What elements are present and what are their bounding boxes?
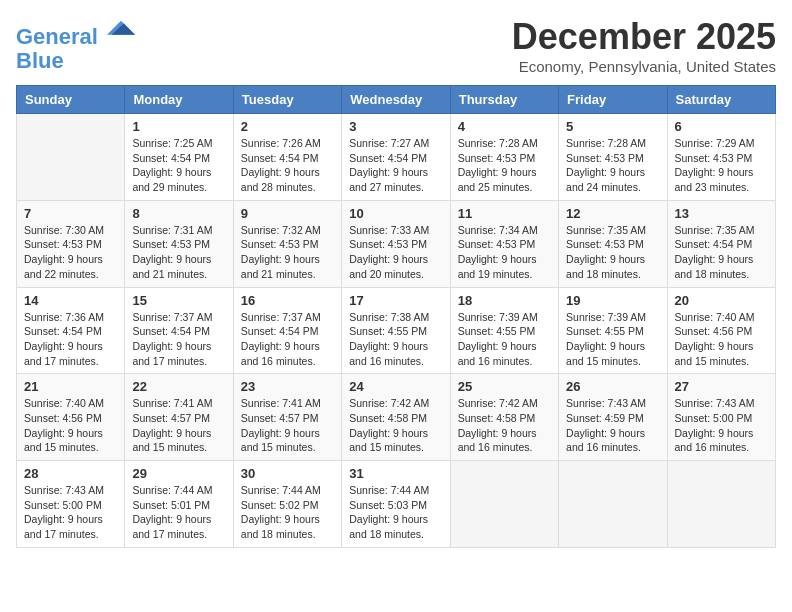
day-number: 1 bbox=[132, 119, 225, 134]
calendar-cell: 24Sunrise: 7:42 AMSunset: 4:58 PMDayligh… bbox=[342, 374, 450, 461]
calendar-header-wednesday: Wednesday bbox=[342, 86, 450, 114]
calendar-cell: 10Sunrise: 7:33 AMSunset: 4:53 PMDayligh… bbox=[342, 200, 450, 287]
day-number: 23 bbox=[241, 379, 334, 394]
day-info: Sunrise: 7:34 AMSunset: 4:53 PMDaylight:… bbox=[458, 223, 551, 282]
month-title: December 2025 bbox=[512, 16, 776, 58]
day-number: 11 bbox=[458, 206, 551, 221]
day-number: 31 bbox=[349, 466, 442, 481]
day-info: Sunrise: 7:30 AMSunset: 4:53 PMDaylight:… bbox=[24, 223, 117, 282]
day-info: Sunrise: 7:42 AMSunset: 4:58 PMDaylight:… bbox=[458, 396, 551, 455]
day-info: Sunrise: 7:40 AMSunset: 4:56 PMDaylight:… bbox=[24, 396, 117, 455]
day-number: 21 bbox=[24, 379, 117, 394]
calendar-cell: 22Sunrise: 7:41 AMSunset: 4:57 PMDayligh… bbox=[125, 374, 233, 461]
day-info: Sunrise: 7:36 AMSunset: 4:54 PMDaylight:… bbox=[24, 310, 117, 369]
calendar-cell bbox=[17, 114, 125, 201]
day-number: 15 bbox=[132, 293, 225, 308]
calendar-cell: 20Sunrise: 7:40 AMSunset: 4:56 PMDayligh… bbox=[667, 287, 775, 374]
calendar-cell: 12Sunrise: 7:35 AMSunset: 4:53 PMDayligh… bbox=[559, 200, 667, 287]
calendar-cell: 18Sunrise: 7:39 AMSunset: 4:55 PMDayligh… bbox=[450, 287, 558, 374]
calendar-week-row: 1Sunrise: 7:25 AMSunset: 4:54 PMDaylight… bbox=[17, 114, 776, 201]
day-info: Sunrise: 7:37 AMSunset: 4:54 PMDaylight:… bbox=[132, 310, 225, 369]
day-number: 17 bbox=[349, 293, 442, 308]
day-info: Sunrise: 7:35 AMSunset: 4:54 PMDaylight:… bbox=[675, 223, 768, 282]
calendar-week-row: 14Sunrise: 7:36 AMSunset: 4:54 PMDayligh… bbox=[17, 287, 776, 374]
calendar-cell: 23Sunrise: 7:41 AMSunset: 4:57 PMDayligh… bbox=[233, 374, 341, 461]
calendar-cell: 14Sunrise: 7:36 AMSunset: 4:54 PMDayligh… bbox=[17, 287, 125, 374]
calendar-cell: 19Sunrise: 7:39 AMSunset: 4:55 PMDayligh… bbox=[559, 287, 667, 374]
calendar-cell: 8Sunrise: 7:31 AMSunset: 4:53 PMDaylight… bbox=[125, 200, 233, 287]
calendar-cell: 30Sunrise: 7:44 AMSunset: 5:02 PMDayligh… bbox=[233, 461, 341, 548]
day-number: 14 bbox=[24, 293, 117, 308]
day-info: Sunrise: 7:42 AMSunset: 4:58 PMDaylight:… bbox=[349, 396, 442, 455]
day-info: Sunrise: 7:39 AMSunset: 4:55 PMDaylight:… bbox=[458, 310, 551, 369]
calendar-cell: 27Sunrise: 7:43 AMSunset: 5:00 PMDayligh… bbox=[667, 374, 775, 461]
day-number: 29 bbox=[132, 466, 225, 481]
day-number: 20 bbox=[675, 293, 768, 308]
day-info: Sunrise: 7:29 AMSunset: 4:53 PMDaylight:… bbox=[675, 136, 768, 195]
calendar-cell bbox=[559, 461, 667, 548]
day-number: 18 bbox=[458, 293, 551, 308]
day-info: Sunrise: 7:39 AMSunset: 4:55 PMDaylight:… bbox=[566, 310, 659, 369]
logo-icon bbox=[107, 16, 135, 44]
day-info: Sunrise: 7:25 AMSunset: 4:54 PMDaylight:… bbox=[132, 136, 225, 195]
logo: General Blue bbox=[16, 16, 135, 73]
day-number: 5 bbox=[566, 119, 659, 134]
day-info: Sunrise: 7:32 AMSunset: 4:53 PMDaylight:… bbox=[241, 223, 334, 282]
calendar-week-row: 21Sunrise: 7:40 AMSunset: 4:56 PMDayligh… bbox=[17, 374, 776, 461]
day-number: 22 bbox=[132, 379, 225, 394]
day-number: 27 bbox=[675, 379, 768, 394]
calendar-header-monday: Monday bbox=[125, 86, 233, 114]
calendar-cell: 7Sunrise: 7:30 AMSunset: 4:53 PMDaylight… bbox=[17, 200, 125, 287]
calendar-cell: 29Sunrise: 7:44 AMSunset: 5:01 PMDayligh… bbox=[125, 461, 233, 548]
calendar-cell: 21Sunrise: 7:40 AMSunset: 4:56 PMDayligh… bbox=[17, 374, 125, 461]
day-info: Sunrise: 7:35 AMSunset: 4:53 PMDaylight:… bbox=[566, 223, 659, 282]
day-number: 7 bbox=[24, 206, 117, 221]
calendar-cell: 17Sunrise: 7:38 AMSunset: 4:55 PMDayligh… bbox=[342, 287, 450, 374]
day-number: 6 bbox=[675, 119, 768, 134]
day-number: 25 bbox=[458, 379, 551, 394]
calendar-week-row: 7Sunrise: 7:30 AMSunset: 4:53 PMDaylight… bbox=[17, 200, 776, 287]
calendar-header-friday: Friday bbox=[559, 86, 667, 114]
day-number: 4 bbox=[458, 119, 551, 134]
day-number: 24 bbox=[349, 379, 442, 394]
day-info: Sunrise: 7:44 AMSunset: 5:02 PMDaylight:… bbox=[241, 483, 334, 542]
calendar-cell bbox=[667, 461, 775, 548]
day-info: Sunrise: 7:44 AMSunset: 5:01 PMDaylight:… bbox=[132, 483, 225, 542]
calendar-cell: 26Sunrise: 7:43 AMSunset: 4:59 PMDayligh… bbox=[559, 374, 667, 461]
calendar-table: SundayMondayTuesdayWednesdayThursdayFrid… bbox=[16, 85, 776, 548]
day-number: 12 bbox=[566, 206, 659, 221]
calendar-cell: 2Sunrise: 7:26 AMSunset: 4:54 PMDaylight… bbox=[233, 114, 341, 201]
day-info: Sunrise: 7:41 AMSunset: 4:57 PMDaylight:… bbox=[132, 396, 225, 455]
logo-text: General bbox=[16, 16, 135, 49]
day-info: Sunrise: 7:33 AMSunset: 4:53 PMDaylight:… bbox=[349, 223, 442, 282]
calendar-cell: 9Sunrise: 7:32 AMSunset: 4:53 PMDaylight… bbox=[233, 200, 341, 287]
day-info: Sunrise: 7:26 AMSunset: 4:54 PMDaylight:… bbox=[241, 136, 334, 195]
day-info: Sunrise: 7:38 AMSunset: 4:55 PMDaylight:… bbox=[349, 310, 442, 369]
calendar-cell: 25Sunrise: 7:42 AMSunset: 4:58 PMDayligh… bbox=[450, 374, 558, 461]
calendar-header-tuesday: Tuesday bbox=[233, 86, 341, 114]
calendar-header-row: SundayMondayTuesdayWednesdayThursdayFrid… bbox=[17, 86, 776, 114]
calendar-header-thursday: Thursday bbox=[450, 86, 558, 114]
day-info: Sunrise: 7:28 AMSunset: 4:53 PMDaylight:… bbox=[458, 136, 551, 195]
day-number: 3 bbox=[349, 119, 442, 134]
calendar-cell: 13Sunrise: 7:35 AMSunset: 4:54 PMDayligh… bbox=[667, 200, 775, 287]
day-number: 30 bbox=[241, 466, 334, 481]
day-info: Sunrise: 7:28 AMSunset: 4:53 PMDaylight:… bbox=[566, 136, 659, 195]
day-number: 16 bbox=[241, 293, 334, 308]
day-number: 10 bbox=[349, 206, 442, 221]
day-info: Sunrise: 7:31 AMSunset: 4:53 PMDaylight:… bbox=[132, 223, 225, 282]
calendar-cell: 3Sunrise: 7:27 AMSunset: 4:54 PMDaylight… bbox=[342, 114, 450, 201]
day-number: 9 bbox=[241, 206, 334, 221]
day-info: Sunrise: 7:27 AMSunset: 4:54 PMDaylight:… bbox=[349, 136, 442, 195]
logo-text2: Blue bbox=[16, 49, 135, 73]
calendar-cell: 5Sunrise: 7:28 AMSunset: 4:53 PMDaylight… bbox=[559, 114, 667, 201]
calendar-cell: 4Sunrise: 7:28 AMSunset: 4:53 PMDaylight… bbox=[450, 114, 558, 201]
day-info: Sunrise: 7:44 AMSunset: 5:03 PMDaylight:… bbox=[349, 483, 442, 542]
calendar-cell: 1Sunrise: 7:25 AMSunset: 4:54 PMDaylight… bbox=[125, 114, 233, 201]
day-info: Sunrise: 7:40 AMSunset: 4:56 PMDaylight:… bbox=[675, 310, 768, 369]
day-info: Sunrise: 7:43 AMSunset: 5:00 PMDaylight:… bbox=[24, 483, 117, 542]
day-info: Sunrise: 7:43 AMSunset: 4:59 PMDaylight:… bbox=[566, 396, 659, 455]
calendar-header-saturday: Saturday bbox=[667, 86, 775, 114]
calendar-week-row: 28Sunrise: 7:43 AMSunset: 5:00 PMDayligh… bbox=[17, 461, 776, 548]
calendar-header-sunday: Sunday bbox=[17, 86, 125, 114]
